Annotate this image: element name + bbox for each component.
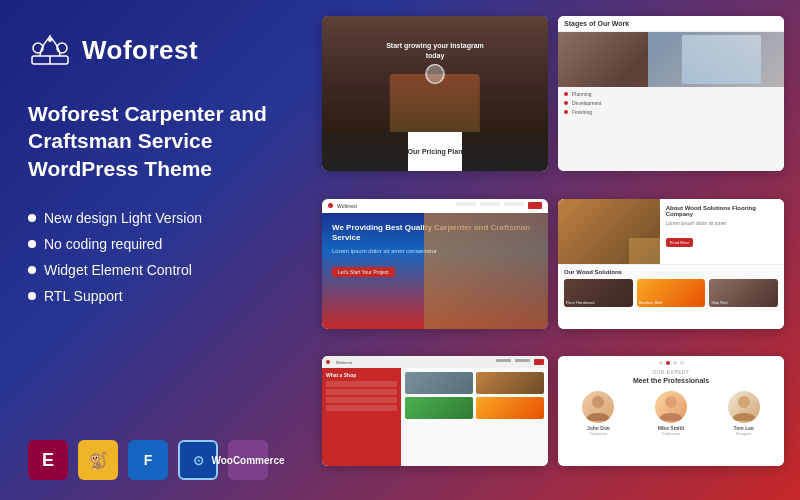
right-panel: Start growing your Instagram today Our P…	[310, 0, 800, 500]
screenshot-stages: Stages of Our Work Planning Development	[558, 16, 784, 171]
shop-items-grid	[405, 372, 544, 419]
carpenter-cta: Let's Start Your Project	[332, 267, 395, 277]
pro-card-2: Mike Smith Craftsman	[637, 391, 706, 436]
pro-avatar-2	[655, 391, 687, 423]
logo-icon	[28, 28, 72, 72]
pros-header: Our Expert Meet the Professionals	[558, 356, 784, 387]
shop-sidebar: What a Shop	[322, 368, 401, 466]
shop-content	[401, 368, 548, 466]
svg-point-4	[592, 396, 604, 408]
svg-point-3	[48, 38, 52, 42]
screenshot-pros-inner: Our Expert Meet the Professionals John D…	[558, 356, 784, 466]
logo-row: Woforest	[28, 28, 282, 72]
screenshot-carpenter: Woforest We Providing Best Quality Carpe…	[322, 199, 548, 329]
feature-item-1: New design Light Version	[28, 210, 282, 226]
feature-item-2: No coding required	[28, 236, 282, 252]
feature-item-4: RTL Support	[28, 288, 282, 304]
brand-name: Woforest	[82, 35, 198, 66]
pro-avatar-3	[728, 391, 760, 423]
wood-cta: Read More	[666, 238, 694, 247]
pros-subtitle: Our Expert	[564, 369, 778, 375]
bullet-icon-4	[28, 292, 36, 300]
features-list: New design Light Version No coding requi…	[28, 210, 282, 314]
shop-sidebar-title: What a Shop	[326, 372, 397, 378]
wood-solution-1: Floor Hardwood	[564, 279, 633, 307]
carpenter-nav: Woforest	[322, 199, 548, 213]
shop-nav: Woforest	[322, 356, 548, 368]
pro-avatar-1	[582, 391, 614, 423]
screenshot-pricing: Start growing your Instagram today Our P…	[322, 16, 548, 171]
instagram-overlay-text: Start growing your Instagram today	[379, 41, 492, 61]
pro-role-1: Carpenter	[564, 431, 633, 436]
screenshot-shop: Woforest What a Shop	[322, 356, 548, 466]
feature-item-3: Widget Element Control	[28, 262, 282, 278]
badge-mailchimp[interactable]: 🐒	[78, 440, 118, 480]
stages-header: Stages of Our Work	[558, 16, 784, 32]
carpenter-brand: Woforest	[337, 203, 452, 209]
tagline: Woforest Carpenter and Craftsman Service…	[28, 100, 282, 182]
wood-top: About Wood Solutions Flooring Company Lo…	[558, 199, 784, 264]
carpenter-subtitle: Lorem ipsum dolor sit amet consectetur	[332, 248, 538, 254]
screenshot-stages-inner: Stages of Our Work Planning Development	[558, 16, 784, 171]
pricing-plan-label: Our Pricing Plan	[408, 148, 463, 155]
screenshot-carpenter-inner: Woforest We Providing Best Quality Carpe…	[322, 199, 548, 329]
pros-dots	[564, 361, 778, 365]
shop-item-1	[405, 372, 473, 394]
carpenter-hero-image	[424, 213, 548, 329]
wood-content: About Wood Solutions Flooring Company Lo…	[660, 199, 784, 264]
screenshot-wood-inner: About Wood Solutions Flooring Company Lo…	[558, 199, 784, 329]
wood-solutions: Our Wood Solutions Floor Hardwood Bamboo…	[558, 264, 784, 311]
screenshot-wood: About Wood Solutions Flooring Company Lo…	[558, 199, 784, 329]
bullet-icon-2	[28, 240, 36, 248]
stages-content: Planning Development Finishing	[558, 87, 784, 122]
wood-solutions-items: Floor Hardwood Bamboo Wall Slim Rod	[564, 279, 778, 307]
shop-item-4	[476, 397, 544, 419]
wood-solutions-title: Our Wood Solutions	[564, 269, 778, 275]
left-panel: Woforest Woforest Carpenter and Craftsma…	[0, 0, 310, 500]
shop-item-2	[476, 372, 544, 394]
shop-main: What a Shop	[322, 368, 548, 466]
pros-title: Meet the Professionals	[564, 377, 778, 384]
screenshot-shop-inner: Woforest What a Shop	[322, 356, 548, 466]
screenshot-professionals: Our Expert Meet the Professionals John D…	[558, 356, 784, 466]
svg-point-5	[665, 396, 677, 408]
svg-point-6	[738, 396, 750, 408]
pro-role-2: Craftsman	[637, 431, 706, 436]
wood-about-title: About Wood Solutions Flooring Company	[666, 205, 778, 217]
woo-label: WooCommerce	[211, 455, 284, 466]
badge-elementor[interactable]: E	[28, 440, 68, 480]
stages-image	[558, 32, 784, 87]
wood-solution-2: Bamboo Wall	[637, 279, 706, 307]
bullet-icon-3	[28, 266, 36, 274]
screenshot-instagram-inner: Start growing your Instagram today Our P…	[322, 16, 548, 171]
wood-solution-3: Slim Rod	[709, 279, 778, 307]
pro-card-1: John Doe Carpenter	[564, 391, 633, 436]
pros-team: John Doe Carpenter Mike Smith Craftsman	[558, 387, 784, 440]
wood-about-text: Lorem ipsum dolor sit amet	[666, 220, 778, 227]
pro-card-3: Tom Lee Designer	[709, 391, 778, 436]
shop-item-3	[405, 397, 473, 419]
badges-row: E 🐒 F ⊙ WooCommerce	[28, 440, 282, 480]
badge-formidable[interactable]: F	[128, 440, 168, 480]
bullet-icon-1	[28, 214, 36, 222]
badge-woo[interactable]: WooCommerce	[228, 440, 268, 480]
pro-role-3: Designer	[709, 431, 778, 436]
wood-image	[558, 199, 660, 264]
